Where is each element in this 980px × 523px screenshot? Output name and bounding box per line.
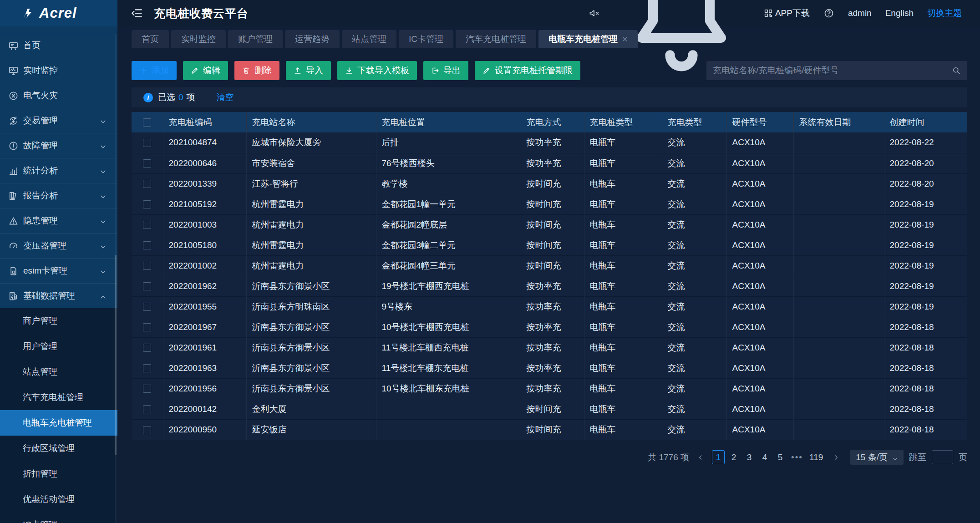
select-all-checkbox[interactable] [143, 118, 151, 127]
table-row[interactable]: 2022000142金利大厦按时间充电瓶车交流ACX10A2022-08-18 [132, 399, 967, 419]
sidebar-submenu-item[interactable]: 折扣管理 [0, 461, 117, 487]
table-row[interactable]: 2022001002杭州雷霆电力金都花园4幢三单元按时间充电瓶车交流ACX10A… [132, 255, 967, 276]
table-row[interactable]: 2022001955沂南县东方明珠南区9号楼东按功率充电瓶车交流ACX10A20… [132, 296, 967, 317]
sidebar: Acrel 首页实时监控电气火灾交易管理故障管理统计分析报告分析隐患管理变压器管… [0, 0, 117, 523]
tab[interactable]: 电瓶车充电桩管理× [538, 30, 638, 48]
table-row[interactable]: 2021005192杭州雷霆电力金都花园1幢一单元按时间充电瓶车交流ACX10A… [132, 194, 967, 214]
sidebar-item[interactable]: 电气火灾 [0, 83, 117, 108]
clear-selection-link[interactable]: 清空 [217, 91, 234, 103]
tab-label: IC卡管理 [409, 33, 443, 45]
toolbar-button-label: 添加 [152, 65, 169, 76]
sidebar-item-label: esim卡管理 [23, 265, 67, 277]
sidebar-item[interactable]: 统计分析 [0, 158, 117, 183]
tab[interactable]: IC卡管理 [399, 30, 453, 48]
toolbar-button[interactable]: 导出 [423, 61, 468, 80]
tab[interactable]: 运营趋势 [285, 30, 340, 48]
sidebar-item[interactable]: 隐患管理 [0, 208, 117, 233]
toolbar-button[interactable]: 设置充电桩托管期限 [475, 61, 580, 80]
tab[interactable]: 实时监控 [171, 30, 226, 48]
sidebar-item[interactable]: 变压器管理 [0, 233, 117, 258]
page-number-button[interactable]: 1 [712, 450, 725, 464]
table-cell: 2022-08-18 [884, 317, 967, 337]
table-row[interactable]: 2022001956沂南县东方御景小区10号楼北车棚东充电桩按功率充电瓶车交流A… [132, 378, 967, 399]
table-row[interactable]: 2022001967沂南县东方御景小区10号楼北车棚西充电桩按功率充电瓶车交流A… [132, 317, 967, 337]
sidebar-item[interactable]: esim卡管理 [0, 258, 117, 283]
table-cell: 金都花园2幢底层 [376, 214, 521, 235]
toolbar-button[interactable]: 导入 [286, 61, 331, 80]
sidebar-submenu-item[interactable]: IC卡管理 [0, 512, 117, 523]
close-tab-icon[interactable]: × [622, 34, 628, 45]
tab[interactable]: 账户管理 [228, 30, 283, 48]
row-checkbox[interactable] [143, 139, 151, 147]
page-number-button[interactable]: 119 [807, 450, 825, 464]
row-checkbox[interactable] [143, 344, 151, 352]
language-toggle[interactable]: English [885, 8, 914, 18]
table-row[interactable]: 2022000950延安饭店按时间充电瓶车交流ACX10A2022-08-18 [132, 419, 967, 440]
app-download-label: APP下载 [775, 7, 810, 19]
toolbar-button[interactable]: 编辑 [183, 61, 228, 80]
row-checkbox[interactable] [143, 159, 151, 168]
row-checkbox[interactable] [143, 200, 151, 208]
row-checkbox[interactable] [143, 221, 151, 229]
row-checkbox[interactable] [143, 385, 151, 393]
toolbar-button[interactable]: 下载导入模板 [337, 61, 417, 80]
row-checkbox[interactable] [143, 364, 151, 372]
row-checkbox[interactable] [143, 180, 151, 188]
row-checkbox[interactable] [143, 426, 151, 434]
tab[interactable]: 汽车充电桩管理 [456, 30, 536, 48]
collapse-sidebar-icon[interactable] [131, 7, 143, 19]
help-icon[interactable] [823, 8, 834, 19]
row-checkbox[interactable] [143, 405, 151, 413]
sidebar-submenu-item[interactable]: 电瓶车充电桩管理 [0, 410, 117, 436]
warning-icon [8, 216, 19, 226]
sidebar-item[interactable]: 基础数据管理 [0, 283, 117, 308]
toolbar-button[interactable]: 添加 [132, 61, 177, 80]
table-row[interactable]: 2022001962沂南县东方御景小区19号楼北车棚西充电桩按功率充电瓶车交流A… [132, 276, 967, 296]
row-checkbox[interactable] [143, 282, 151, 290]
sidebar-scrollbar-thumb[interactable] [115, 255, 117, 455]
mute-icon[interactable] [589, 8, 599, 19]
sidebar-submenu-item[interactable]: 优惠活动管理 [0, 487, 117, 512]
page-number-button[interactable]: 4 [758, 450, 771, 464]
sidebar-item[interactable]: 交易管理 [0, 108, 117, 133]
tab[interactable]: 站点管理 [342, 30, 396, 48]
table-row[interactable]: 2022000646市安装宿舍76号楼西楼头按功率充电瓶车交流ACX10A202… [132, 153, 967, 173]
jump-page-input[interactable] [932, 450, 953, 464]
page-size-select[interactable]: 15 条/页 [850, 450, 904, 465]
sidebar-submenu-item[interactable]: 商户管理 [0, 308, 117, 334]
username[interactable]: admin [848, 8, 872, 18]
page-number-button[interactable]: 3 [743, 450, 756, 464]
row-checkbox[interactable] [143, 262, 151, 270]
column-header: 充电方式 [521, 112, 584, 132]
sidebar-submenu-item[interactable]: 站点管理 [0, 359, 117, 385]
prev-page-arrow-icon[interactable] [695, 451, 706, 464]
search-input[interactable] [713, 66, 952, 76]
table-cell: 2022-08-22 [884, 132, 967, 153]
table-row[interactable]: 2021004874应城市保险大厦旁后排按功率充电瓶车交流ACX10A2022-… [132, 132, 967, 153]
app-download-button[interactable]: APP下载 [763, 7, 810, 19]
row-checkbox[interactable] [143, 303, 151, 311]
toolbar-button[interactable]: 删除 [234, 61, 279, 80]
tab[interactable]: 首页 [132, 30, 169, 48]
search-icon[interactable] [952, 66, 961, 75]
page-number-button[interactable]: 2 [727, 450, 740, 464]
table-row[interactable]: 2022001963沂南县东方御景小区11号楼北车棚东充电桩按功率充电瓶车交流A… [132, 358, 967, 378]
sidebar-submenu-item[interactable]: 用户管理 [0, 334, 117, 359]
sidebar-item[interactable]: 首页 [0, 33, 117, 58]
theme-toggle-link[interactable]: 切换主题 [927, 7, 962, 19]
table-row[interactable]: 2021005180杭州雷霆电力金都花园3幢二单元按时间充电瓶车交流ACX10A… [132, 235, 967, 255]
table-cell: 金都花园4幢三单元 [376, 255, 521, 276]
sidebar-submenu-item[interactable]: 行政区域管理 [0, 436, 117, 461]
table-row[interactable]: 2022001003杭州雷霆电力金都花园2幢底层按时间充电瓶车交流ACX10A2… [132, 214, 967, 235]
sidebar-item[interactable]: 报告分析 [0, 183, 117, 208]
row-checkbox[interactable] [143, 241, 151, 249]
sidebar-item[interactable]: 故障管理 [0, 133, 117, 158]
table-cell: 杭州雷霆电力 [246, 255, 376, 276]
sidebar-item[interactable]: 实时监控 [0, 58, 117, 83]
page-number-button[interactable]: 5 [774, 450, 787, 464]
row-checkbox[interactable] [143, 323, 151, 331]
sidebar-submenu-item[interactable]: 汽车充电桩管理 [0, 385, 117, 410]
table-row[interactable]: 2022001339江苏-智将行教学楼按时间充电瓶车交流ACX10A2022-0… [132, 173, 967, 194]
table-row[interactable]: 2022001961沂南县东方御景小区11号楼北车棚西充电桩按功率充电瓶车交流A… [132, 337, 967, 358]
next-page-arrow-icon[interactable] [830, 451, 842, 464]
